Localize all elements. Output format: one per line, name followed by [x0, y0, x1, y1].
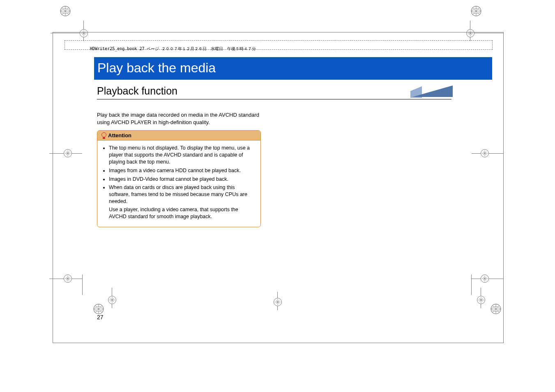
attention-header: Attention	[97, 131, 260, 141]
attention-item-text: When data on cards or discs are played b…	[109, 184, 247, 204]
registration-globe	[471, 6, 481, 16]
attention-item: Images in DVD-Video format cannot be pla…	[109, 176, 256, 183]
attention-item: The top menu is not displayed. To displa…	[109, 145, 256, 166]
attention-item: When data on cards or discs are played b…	[109, 184, 256, 220]
page-frame: HDWriter25_eng.book 27 ページ ２００７年１２月２６日 水…	[53, 32, 504, 343]
attention-body: The top menu is not displayed. To displa…	[97, 141, 260, 227]
registration-globe	[60, 6, 71, 16]
section-underline	[97, 99, 451, 99]
chapter-title: Play back the media	[97, 60, 216, 75]
page-number: 27	[97, 314, 104, 321]
attention-continuation: Use a player, including a video camera, …	[109, 206, 256, 220]
attention-box: Attention The top menu is not displayed.…	[97, 130, 261, 227]
intro-paragraph: Play back the image data recorded on med…	[97, 111, 261, 126]
bulb-icon	[101, 133, 106, 138]
chapter-header: Play back the media	[94, 57, 492, 80]
attention-item: Images from a video camera HDD cannot be…	[109, 167, 256, 174]
decorative-corner	[410, 85, 458, 98]
header-meta-text: HDWriter25_eng.book 27 ページ ２００７年１２月２６日 水…	[90, 46, 256, 52]
attention-label: Attention	[108, 132, 131, 138]
section-title: Playback function	[97, 85, 177, 97]
